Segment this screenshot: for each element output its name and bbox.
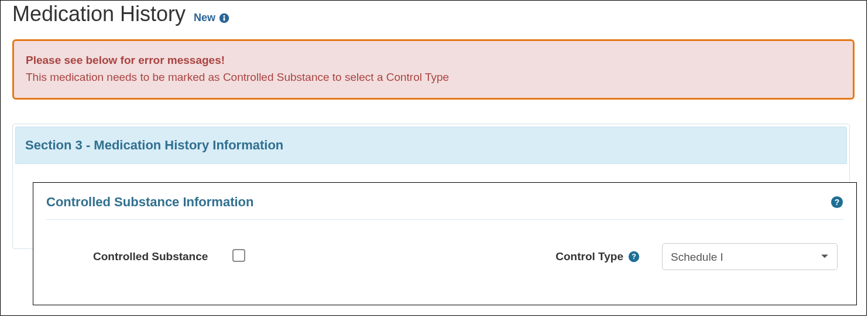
section-header: Section 3 - Medication History Informati… xyxy=(15,127,847,164)
help-icon[interactable]: ? xyxy=(628,251,640,263)
form-row: Controlled Substance Control Type ? Sche… xyxy=(46,243,843,270)
control-type-label: Control Type xyxy=(555,250,623,263)
control-type-select[interactable]: Schedule I xyxy=(662,243,838,270)
page-title: Medication History xyxy=(12,2,186,26)
new-badge-label: New xyxy=(194,12,215,24)
controlled-substance-checkbox[interactable] xyxy=(232,249,245,262)
svg-text:?: ? xyxy=(632,253,636,261)
svg-text:?: ? xyxy=(835,198,839,207)
page-heading-row: Medication History New xyxy=(1,1,866,26)
control-type-select-wrap: Schedule I xyxy=(662,243,838,270)
page-frame: Medication History New Please see below … xyxy=(0,0,867,316)
subsection-header-row: Controlled Substance Information ? xyxy=(46,195,843,220)
info-icon[interactable] xyxy=(219,13,229,23)
error-alert-title: Please see below for error messages! xyxy=(26,52,841,69)
subsection-title: Controlled Substance Information xyxy=(46,195,253,210)
controlled-substance-label: Controlled Substance xyxy=(93,250,208,263)
controlled-substance-checkbox-wrap xyxy=(232,249,245,264)
control-type-label-wrap: Control Type ? xyxy=(555,250,640,263)
subsection-panel: Controlled Substance Information ? Contr… xyxy=(33,182,857,305)
error-alert-message: This medication needs to be marked as Co… xyxy=(26,69,841,86)
new-badge[interactable]: New xyxy=(194,12,229,24)
help-icon[interactable]: ? xyxy=(831,196,843,209)
svg-rect-2 xyxy=(224,17,225,21)
error-alert: Please see below for error messages! Thi… xyxy=(12,39,855,100)
svg-point-1 xyxy=(224,15,225,16)
